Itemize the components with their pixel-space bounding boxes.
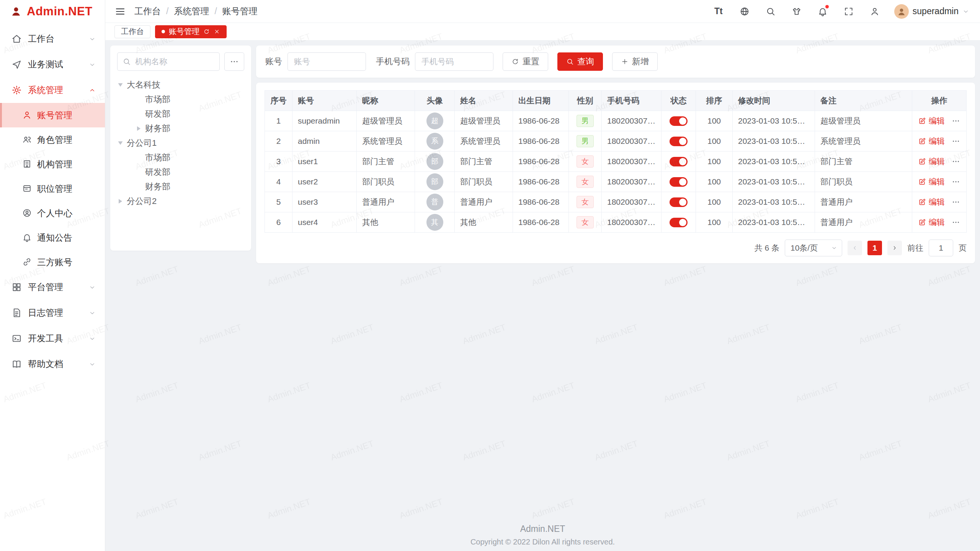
notification-badge (825, 5, 829, 8)
sidebar-item-personal-center[interactable]: 个人中心 (0, 201, 105, 225)
tree-node[interactable]: 市场部 (117, 92, 244, 107)
edit-button[interactable]: 编辑 (918, 197, 945, 207)
sidebar-item-label: 三方账号 (37, 256, 96, 268)
add-button[interactable]: 新增 (612, 52, 658, 71)
account-input[interactable] (287, 52, 366, 71)
tree-search-field (117, 52, 220, 71)
chevron-down-icon (89, 36, 96, 42)
goto-page-input[interactable] (929, 240, 953, 256)
language-button[interactable] (737, 3, 753, 20)
profile-button[interactable] (867, 3, 883, 20)
close-icon[interactable] (214, 28, 220, 35)
tree-node[interactable]: 大名科技 (117, 78, 244, 92)
theme-button[interactable] (789, 3, 805, 20)
font-size-button[interactable]: Tt (710, 3, 727, 20)
caret-expanded-icon[interactable] (118, 83, 123, 87)
org-search-input[interactable] (117, 52, 220, 71)
edit-button[interactable]: 编辑 (918, 156, 945, 167)
bell-icon (22, 233, 32, 243)
tree-node[interactable]: 分公司2 (117, 194, 244, 209)
pagination: 共 6 条 10条/页 1 前往 页 (265, 240, 967, 256)
search-button[interactable]: 查询 (557, 52, 603, 71)
tree-node-label: 分公司2 (127, 196, 157, 207)
phone-input[interactable] (415, 52, 493, 71)
caret-collapsed-icon[interactable] (137, 126, 140, 131)
tree-node[interactable]: 研发部 (117, 165, 244, 179)
sidebar-item-platform-management[interactable]: 平台管理 (0, 274, 105, 300)
breadcrumb-item[interactable]: 工作台 (134, 5, 161, 17)
font-size-icon: Tt (714, 7, 723, 16)
more-actions-button[interactable] (952, 198, 960, 206)
tree-node[interactable]: 财务部 (117, 179, 244, 194)
sidebar-item-business-test[interactable]: 业务测试 (0, 52, 105, 77)
page-number-button[interactable]: 1 (867, 241, 882, 255)
fullscreen-button[interactable] (841, 3, 857, 20)
breadcrumb-item[interactable]: 系统管理 (174, 5, 209, 17)
sidebar-item-notice[interactable]: 通知公告 (0, 225, 105, 250)
tree-more-button[interactable] (224, 52, 244, 71)
sidebar-item-help-docs[interactable]: 帮助文档 (0, 351, 105, 377)
cell-actions: 编辑 (912, 172, 967, 192)
more-actions-button[interactable] (952, 218, 960, 227)
cell-nickname: 普通用户 (357, 192, 415, 212)
avatar: 其 (426, 214, 443, 231)
more-actions-button[interactable] (952, 157, 960, 166)
next-page-button[interactable] (887, 241, 902, 255)
gear-icon (11, 85, 22, 95)
user-icon (22, 110, 32, 121)
cell-remark: 系统管理员 (815, 131, 912, 152)
sidebar-item-role-management[interactable]: 角色管理 (0, 127, 105, 152)
more-actions-button[interactable] (952, 117, 960, 125)
sidebar-item-workbench[interactable]: 工作台 (0, 26, 105, 52)
org-tree-panel: 大名科技 市场部 研发部 财务部 分公司1 市场部 研发部 财务部 分公司2 (110, 46, 251, 251)
sidebar-item-dev-tools[interactable]: 开发工具 (0, 326, 105, 351)
cell-gender: 女 (569, 152, 602, 172)
avatar (894, 4, 909, 19)
reset-button[interactable]: 重置 (503, 52, 548, 71)
page-size-select[interactable]: 10条/页 (785, 240, 842, 256)
cell-birthdate: 1986-06-28 (513, 111, 569, 131)
tree-node[interactable]: 研发部 (117, 107, 244, 121)
chevron-down-icon (831, 245, 837, 251)
search-button[interactable] (763, 3, 779, 20)
sidebar-item-position-management[interactable]: 职位管理 (0, 176, 105, 201)
add-button-label: 新增 (632, 56, 649, 67)
caret-expanded-icon[interactable] (118, 142, 123, 145)
tree-node[interactable]: 市场部 (117, 150, 244, 165)
status-toggle[interactable] (670, 177, 688, 187)
sidebar-item-account-management[interactable]: 账号管理 (0, 103, 105, 127)
table-row: 5user3普通用户普普通用户1986-06-28女18020030720100… (265, 192, 967, 212)
cell-status (662, 212, 696, 233)
cell-modified: 2023-01-03 10:59:44 (733, 111, 815, 131)
cell-avatar: 部 (415, 152, 455, 172)
sidebar-item-thirdparty-account[interactable]: 三方账号 (0, 250, 105, 274)
hamburger-menu-icon[interactable] (114, 6, 126, 17)
edit-button[interactable]: 编辑 (918, 217, 945, 228)
tree-node[interactable]: 财务部 (117, 121, 244, 136)
document-icon (11, 308, 22, 318)
cell-name: 部门职员 (455, 172, 513, 192)
prev-page-button[interactable] (848, 241, 862, 255)
edit-button[interactable]: 编辑 (918, 116, 945, 126)
edit-button[interactable]: 编辑 (918, 176, 945, 187)
notification-button[interactable] (815, 3, 831, 20)
cell-modified: 2023-01-03 10:59:44 (733, 172, 815, 192)
more-actions-button[interactable] (952, 178, 960, 186)
tab-workbench[interactable]: 工作台 (114, 25, 150, 38)
status-toggle[interactable] (670, 137, 688, 146)
sidebar-item-log-management[interactable]: 日志管理 (0, 300, 105, 326)
status-toggle[interactable] (670, 157, 688, 166)
sidebar-item-system-management[interactable]: 系统管理 (0, 77, 105, 103)
user-menu[interactable]: superadmin (894, 4, 969, 19)
sidebar-item-org-management[interactable]: 机构管理 (0, 152, 105, 176)
more-actions-button[interactable] (952, 137, 960, 145)
edit-button[interactable]: 编辑 (918, 136, 945, 147)
status-toggle[interactable] (670, 197, 688, 207)
caret-collapsed-icon[interactable] (119, 199, 122, 204)
status-toggle[interactable] (670, 218, 688, 227)
status-toggle[interactable] (670, 116, 688, 126)
tree-node[interactable]: 分公司1 (117, 136, 244, 150)
refresh-icon[interactable] (203, 28, 210, 35)
tab-account-management[interactable]: 账号管理 (155, 25, 227, 38)
cell-gender: 女 (569, 172, 602, 192)
